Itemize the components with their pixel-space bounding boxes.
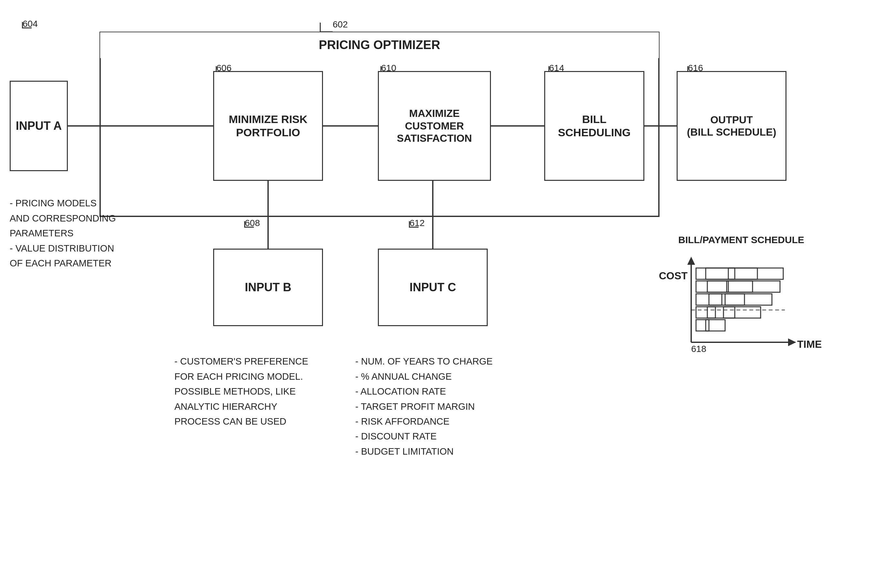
svg-rect-18 [706,268,757,279]
svg-rect-26 [696,307,715,318]
output-box: OUTPUT (BILL SCHEDULE) [677,71,786,181]
svg-rect-25 [725,294,772,305]
svg-rect-20 [696,281,728,292]
input-c-description: - NUM. OF YEARS TO CHARGE - % ANNUAL CHA… [355,339,492,459]
svg-rect-30 [706,320,725,331]
minimize-risk-box: MINIMIZE RISK PORTFOLIO [213,71,323,181]
input-a-box: INPUT A [10,81,68,171]
svg-rect-28 [723,307,761,318]
svg-rect-27 [707,307,735,318]
svg-rect-22 [727,281,780,292]
svg-marker-16 [788,338,796,346]
maximize-customer-box: MAXIMIZE CUSTOMER SATISFACTION [378,71,491,181]
input-a-description: - PRICING MODELS AND CORRESPONDING PARAM… [10,181,116,271]
ref-618: 618 [691,344,706,354]
ref-602: 602 [333,20,348,30]
pricing-optimizer-title: PRICING OPTIMIZER [100,32,659,58]
bill-payment-label: BILL/PAYMENT SCHEDULE [678,232,804,247]
svg-rect-24 [709,294,744,305]
input-b-description: - CUSTOMER'S PREFERENCE FOR EACH PRICING… [174,339,308,429]
svg-rect-17 [696,268,735,279]
cost-label: COST [659,268,687,284]
bill-scheduling-box: BILL SCHEDULING [544,71,644,181]
svg-rect-19 [728,268,783,279]
input-b-box: INPUT B [213,249,323,326]
time-label: TIME [797,336,822,352]
diagram-container: 602 PRICING OPTIMIZER 604 INPUT A 606 MI… [0,0,884,588]
svg-rect-23 [696,294,722,305]
svg-rect-29 [696,320,709,331]
svg-marker-14 [687,257,695,265]
input-c-box: INPUT C [378,249,488,326]
svg-rect-21 [707,281,753,292]
